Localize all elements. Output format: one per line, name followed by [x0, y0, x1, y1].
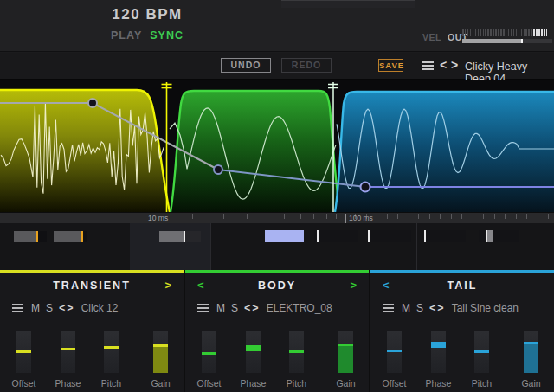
time-tick: [494, 214, 495, 219]
body-phase-label: Phase: [232, 378, 275, 389]
filter-slider[interactable]: [159, 231, 201, 242]
meter-tick: [533, 29, 535, 36]
time-tick: [483, 214, 484, 219]
menu-icon[interactable]: [422, 61, 434, 70]
slider-marker[interactable]: [184, 231, 185, 242]
slider-marker[interactable]: [81, 231, 83, 242]
tail-phase-slider[interactable]: [431, 331, 446, 373]
slider-marker[interactable]: [202, 352, 216, 355]
slider-marker[interactable]: [61, 348, 75, 350]
meter-tick: [511, 29, 512, 36]
slider-marker[interactable]: [317, 230, 319, 242]
tail-offset-slider[interactable]: [387, 331, 402, 373]
meter-tick: [506, 29, 507, 36]
transient-phase-slider[interactable]: [61, 331, 75, 373]
time-tick: [461, 214, 462, 219]
slider-marker[interactable]: [387, 350, 402, 352]
slider-marker[interactable]: [104, 346, 119, 349]
transient-menu-icon[interactable]: [12, 304, 23, 312]
tail-sample-next-icon[interactable]: >: [437, 302, 443, 314]
slider-marker[interactable]: [289, 350, 304, 353]
slider-fill: [159, 231, 184, 242]
tail-gain-slider[interactable]: [524, 331, 538, 373]
transient-sample-name[interactable]: Click 12: [81, 302, 119, 314]
slider-marker[interactable]: [486, 230, 487, 242]
tail-phase-label: Phase: [417, 378, 461, 389]
body-solo-button[interactable]: S: [231, 302, 238, 314]
slider-marker[interactable]: [368, 230, 370, 242]
slider-marker[interactable]: [36, 231, 38, 242]
body-sliders: OffsetPhasePitchGain: [185, 331, 369, 392]
tail-sample-prev-icon[interactable]: <: [429, 302, 435, 314]
body-offset-slider[interactable]: [202, 331, 216, 373]
cutoff-slider[interactable]: [265, 230, 304, 242]
slider-marker[interactable]: [424, 230, 426, 242]
body-pitch-slider[interactable]: [289, 331, 304, 373]
envelope-node-2[interactable]: [214, 165, 222, 174]
save-button[interactable]: SAVE: [378, 59, 403, 72]
time-tick: [418, 214, 419, 219]
body-sample-name[interactable]: ELEKTRO_08: [267, 302, 332, 314]
glue-slider[interactable]: [424, 230, 466, 242]
vel-toggle[interactable]: VEL: [422, 32, 441, 42]
sync-button[interactable]: SYNC: [150, 29, 184, 42]
top-notch: [281, 0, 416, 8]
tail-gain-label: Gain: [510, 378, 553, 389]
output-volume-knob[interactable]: [521, 39, 523, 43]
play-button[interactable]: PLAY: [111, 29, 142, 42]
zoom-slider[interactable]: [54, 231, 87, 242]
time-tick-label: 10 ms: [148, 214, 168, 222]
reso-slider[interactable]: [368, 230, 411, 242]
body-mute-button[interactable]: M: [216, 302, 225, 314]
meter-tick: [519, 29, 520, 36]
meter-tick: [475, 29, 477, 36]
redo-button[interactable]: REDO: [281, 58, 332, 73]
slider-marker[interactable]: [474, 350, 489, 353]
slider-marker[interactable]: [16, 350, 31, 353]
transient-panel-title: TRANSIENT: [0, 280, 184, 292]
meter-tick: [473, 29, 474, 36]
tail-menu-icon[interactable]: [383, 304, 394, 312]
time-tick: [267, 214, 267, 219]
body-sample-next-icon[interactable]: >: [252, 302, 258, 314]
transient-pitch-slider[interactable]: [104, 331, 119, 373]
output-volume-slider[interactable]: [462, 39, 552, 43]
skew-slider[interactable]: [14, 231, 47, 242]
body-sample-prev-icon[interactable]: <: [244, 302, 250, 314]
divider: [416, 223, 417, 270]
body-gain-slider[interactable]: [338, 331, 353, 373]
slider-marker[interactable]: [246, 345, 261, 351]
transient-offset-slider[interactable]: [16, 331, 31, 373]
transient-sample-next-icon[interactable]: >: [67, 302, 73, 314]
tail-pitch-slider[interactable]: [474, 331, 489, 373]
output-level-ticks: [462, 29, 552, 36]
slider-fill: [153, 347, 168, 373]
tail-solo-button[interactable]: S: [416, 302, 423, 314]
gain-slider[interactable]: [479, 230, 519, 242]
transient-mute-button[interactable]: M: [31, 302, 40, 314]
bpm-display[interactable]: 120 BPM: [91, 6, 203, 23]
tail-sample-name[interactable]: Tail Sine clean: [452, 302, 519, 314]
transient-sample-prev-icon[interactable]: <: [59, 302, 65, 314]
transient-gain-label: Gain: [139, 378, 183, 389]
beef-slider[interactable]: [314, 230, 358, 242]
envelope-node-1[interactable]: [88, 99, 97, 107]
meter-tick: [528, 29, 530, 36]
slider-fill: [14, 231, 37, 242]
tail-mute-button[interactable]: M: [402, 302, 410, 314]
body-phase-slider[interactable]: [246, 331, 261, 373]
meter-tick: [493, 29, 494, 36]
envelope-node-3[interactable]: [361, 183, 370, 192]
waveform-display[interactable]: [0, 80, 554, 212]
time-tick: [300, 214, 301, 219]
preset-next-icon[interactable]: >: [451, 58, 458, 72]
transient-solo-button[interactable]: S: [46, 302, 53, 314]
slider-marker[interactable]: [431, 342, 446, 348]
preset-prev-icon[interactable]: <: [440, 58, 447, 72]
meter-tick: [467, 29, 469, 36]
slider-fill: [338, 346, 353, 373]
body-menu-icon[interactable]: [197, 304, 209, 312]
preset-toolbar: UNDO REDO SAVE < > Clicky Heavy Deep 04: [0, 53, 554, 80]
transient-gain-slider[interactable]: [153, 331, 168, 373]
undo-button[interactable]: UNDO: [221, 58, 271, 73]
